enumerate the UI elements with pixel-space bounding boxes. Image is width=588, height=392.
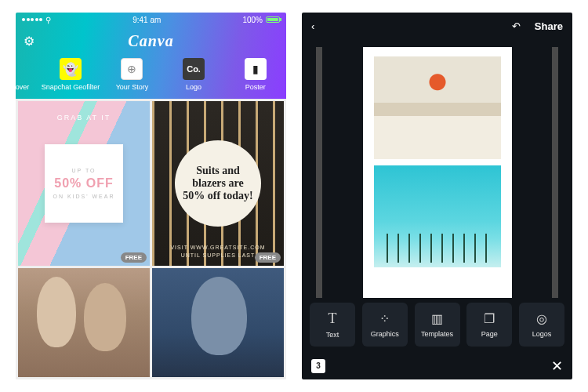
cat-logo[interactable]: Co. Logo — [169, 58, 218, 91]
cat-label: Poster — [245, 83, 266, 91]
back-button[interactable]: ‹ — [311, 20, 314, 32]
share-button[interactable]: Share — [535, 20, 563, 32]
editor-toolbar: T Text ⁘ Graphics ▥ Templates ❐ Page ◎ L… — [302, 298, 572, 357]
promo-url: VISIT WWW.GREATSITE.COM — [152, 244, 284, 252]
cat-label: Snapchat Geofilter — [42, 83, 100, 91]
battery-icon — [266, 16, 280, 23]
cat-poster[interactable]: ▮ Poster — [231, 58, 280, 91]
cat-label: Cover — [16, 83, 29, 91]
category-row[interactable]: Cover 👻 Snapchat Geofilter ⊕ Your Story … — [16, 55, 286, 99]
signal-icon — [22, 18, 42, 21]
cat-snapchat[interactable]: 👻 Snapchat Geofilter — [46, 58, 95, 91]
tool-page[interactable]: ❐ Page — [466, 303, 512, 347]
cover-icon — [16, 58, 31, 80]
poster-icon: ▮ — [245, 58, 267, 80]
tool-label: Logos — [532, 330, 552, 338]
cat-cover[interactable]: Cover — [16, 58, 33, 91]
tool-label: Templates — [421, 330, 453, 338]
promo-on: ON KIDS' WEAR — [53, 194, 114, 199]
template-card[interactable]: Suits and blazers are 50% off today! VIS… — [152, 101, 284, 266]
template-grid[interactable]: GRAB AT IT UP TO 50% OFF ON KIDS' WEAR F… — [16, 99, 286, 379]
editor-top-bar: ‹ ↶ Share — [302, 13, 572, 39]
snapchat-icon: 👻 — [60, 58, 82, 80]
tool-label: Page — [481, 330, 498, 338]
photo-slot-bottom[interactable] — [374, 165, 501, 267]
undo-button[interactable]: ↶ — [512, 20, 521, 32]
next-page-peek[interactable] — [552, 47, 558, 298]
template-card[interactable] — [152, 268, 284, 377]
tool-text[interactable]: T Text — [310, 303, 355, 347]
tool-logos[interactable]: ◎ Logos — [519, 303, 564, 347]
tool-label: Graphics — [371, 330, 399, 338]
page-count-badge[interactable]: 3 — [311, 359, 325, 373]
battery-pct: 100% — [242, 16, 263, 24]
story-icon: ⊕ — [121, 58, 143, 80]
brand-row: ⚙ Canva — [16, 27, 286, 55]
template-card[interactable]: GRAB AT IT UP TO 50% OFF ON KIDS' WEAR F… — [18, 101, 150, 266]
logo-icon: Co. — [183, 58, 205, 80]
free-badge: FREE — [255, 252, 281, 263]
text-icon: T — [328, 310, 337, 327]
prev-page-peek[interactable] — [316, 47, 322, 298]
cat-label: Logo — [186, 83, 201, 91]
canvas-area[interactable] — [302, 39, 572, 298]
settings-button[interactable]: ⚙ — [24, 34, 34, 49]
promo-box: UP TO 50% OFF ON KIDS' WEAR — [45, 144, 123, 223]
tool-label: Text — [326, 331, 339, 339]
close-button[interactable]: ✕ — [551, 358, 563, 375]
template-card[interactable] — [18, 268, 150, 377]
status-right: 100% — [242, 16, 280, 24]
promo-pct: 50% OFF — [54, 176, 113, 191]
template-tagline: GRAB AT IT — [57, 114, 111, 122]
status-time: 9:41 am — [132, 16, 161, 24]
templates-icon: ▥ — [431, 311, 443, 326]
tool-templates[interactable]: ▥ Templates — [415, 303, 460, 347]
logos-icon: ◎ — [536, 311, 547, 326]
cat-story[interactable]: ⊕ Your Story — [107, 58, 156, 91]
canva-home-screen: ⚲ 9:41 am 100% ⚙ Canva Cover 👻 Snapchat … — [16, 13, 286, 379]
header: ⚲ 9:41 am 100% ⚙ Canva Cover 👻 Snapchat … — [16, 13, 286, 99]
wifi-icon: ⚲ — [45, 16, 51, 24]
brand-logo: Canva — [128, 32, 173, 50]
photo-slot-top[interactable] — [374, 56, 501, 158]
status-bar: ⚲ 9:41 am 100% — [16, 13, 286, 27]
cat-label: Your Story — [116, 83, 149, 91]
promo-circle: Suits and blazers are 50% off today! — [175, 140, 261, 227]
design-page[interactable] — [363, 47, 512, 298]
editor-bottom-row: 3 ✕ — [302, 357, 572, 379]
canva-editor-screen: ‹ ↶ Share T Text ⁘ Graphics ▥ Templates … — [302, 13, 572, 379]
free-badge: FREE — [121, 252, 147, 263]
tool-graphics[interactable]: ⁘ Graphics — [362, 303, 408, 347]
status-left: ⚲ — [22, 16, 51, 24]
page-icon: ❐ — [484, 311, 495, 326]
promo-upto: UP TO — [71, 168, 96, 173]
graphics-icon: ⁘ — [379, 311, 390, 326]
